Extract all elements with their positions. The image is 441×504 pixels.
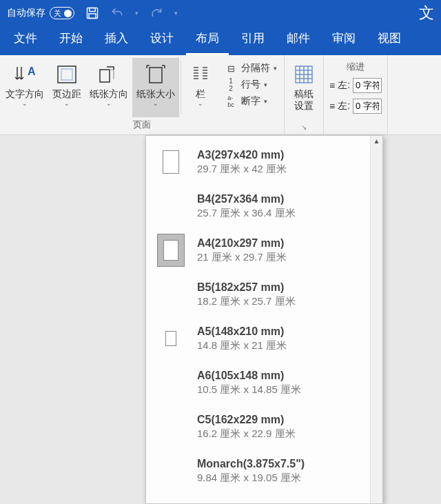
chevron-down-icon: ⌄	[22, 100, 28, 107]
autosave-toggle[interactable]: 自动保存 关	[7, 7, 74, 19]
line-numbers-button[interactable]: 12行号▾	[223, 77, 278, 92]
chevron-down-icon: ⌄	[198, 100, 203, 107]
paper-size-item[interactable]: A6(105x148 mm)10.5 厘米 x 14.85 厘米	[146, 361, 370, 405]
paper-size-name: Monarch(3.875x7.5")	[197, 458, 363, 470]
dialog-launcher-icon[interactable]: ↘	[301, 123, 307, 131]
paper-thumb	[157, 190, 185, 223]
quick-access-toolbar: ▾ ▾	[85, 6, 178, 20]
tab-文件[interactable]: 文件	[4, 23, 47, 55]
paper-size-item[interactable]: Monarch(3.875x7.5")9.84 厘米 x 19.05 厘米	[146, 449, 370, 493]
indent-right-row: ≡ 左:	[329, 99, 382, 114]
paper-size-dims: 14.8 厘米 x 21 厘米	[197, 339, 363, 352]
tab-插入[interactable]: 插入	[95, 23, 138, 55]
chevron-down-icon: ⌄	[64, 100, 70, 107]
toggle-state: 关	[54, 8, 61, 19]
paper-size-name: B5(182x257 mm)	[197, 281, 363, 294]
margins-button[interactable]: 页边距 ⌄	[48, 58, 85, 117]
indent-left-input[interactable]	[353, 78, 382, 93]
indent-right-input[interactable]	[353, 99, 382, 114]
paper-thumb	[157, 454, 185, 487]
tab-视图[interactable]: 视图	[368, 23, 411, 55]
orientation-button[interactable]: 纸张方向 ⌄	[85, 58, 132, 117]
paper-size-name: B4(257x364 mm)	[197, 193, 363, 205]
svg-text:A: A	[28, 65, 36, 77]
paper-size-dims: 16.2 厘米 x 22.9 厘米	[197, 427, 363, 441]
save-icon[interactable]	[85, 6, 99, 20]
page-setup-label: 页面	[1, 117, 283, 133]
manuscript-group: 稿纸 设置 ↘	[285, 55, 324, 134]
redo-icon[interactable]	[150, 6, 163, 20]
paper-thumb	[157, 234, 185, 267]
svg-rect-7	[150, 68, 162, 83]
paper-thumb	[157, 366, 185, 399]
scroll-up-icon[interactable]: ▲	[371, 137, 382, 145]
chevron-down-icon: ⌄	[106, 100, 112, 107]
text-direction-button[interactable]: A 文字方向 ⌄	[1, 58, 48, 117]
paper-size-dims: 21 厘米 x 29.7 厘米	[197, 251, 363, 264]
paper-thumb	[157, 278, 185, 311]
paper-size-dims: 25.7 厘米 x 36.4 厘米	[197, 207, 363, 220]
paper-thumb	[157, 145, 185, 179]
paper-size-list: A3(297x420 mm)29.7 厘米 x 42 厘米B4(257x364 …	[146, 136, 370, 503]
paper-size-item[interactable]: A4(210x297 mm)21 厘米 x 29.7 厘米	[146, 228, 370, 272]
svg-rect-1	[90, 8, 95, 12]
svg-rect-2	[89, 14, 96, 19]
qat-customize-icon[interactable]: ▾	[174, 10, 178, 17]
title-bar: 自动保存 关 ▾ ▾ 文	[0, 0, 441, 26]
breaks-button[interactable]: ⊟分隔符▾	[223, 61, 278, 76]
ribbon-tabs: 文件开始插入设计布局引用邮件审阅视图	[0, 26, 441, 55]
paper-thumb	[157, 322, 185, 355]
indent-group: 缩进 ≡ 左: ≡ 左:	[324, 55, 388, 134]
toggle-knob	[64, 10, 72, 17]
chevron-down-icon: ⌄	[153, 100, 158, 107]
tab-引用[interactable]: 引用	[232, 23, 274, 55]
tab-审阅[interactable]: 审阅	[322, 23, 365, 55]
svg-rect-5	[61, 69, 72, 80]
paper-size-name: A4(210x297 mm)	[197, 237, 363, 250]
ribbon: A 文字方向 ⌄ 页边距 ⌄ 纸张方向 ⌄ 纸张大小 ⌄	[0, 55, 441, 135]
paper-size-dropdown: A3(297x420 mm)29.7 厘米 x 42 厘米B4(257x364 …	[145, 135, 383, 504]
paper-size-name: A3(297x420 mm)	[197, 149, 363, 161]
page-setup-group: A 文字方向 ⌄ 页边距 ⌄ 纸张方向 ⌄ 纸张大小 ⌄	[0, 55, 285, 134]
manuscript-label: 稿纸 设置	[294, 88, 314, 112]
paper-size-dims: 9.84 厘米 x 19.05 厘米	[197, 472, 363, 485]
title-text-partial: 文	[419, 3, 434, 23]
toggle-switch[interactable]: 关	[50, 7, 74, 19]
paper-size-name: C5(162x229 mm)	[197, 414, 363, 426]
paper-size-item[interactable]: C5(162x229 mm)16.2 厘米 x 22.9 厘米	[146, 405, 370, 449]
indent-right-icon: ≡	[329, 101, 335, 112]
columns-button[interactable]: 栏 ⌄	[183, 58, 218, 117]
manuscript-button[interactable]: 稿纸 设置	[286, 58, 322, 122]
paper-size-name: A5(148x210 mm)	[197, 325, 363, 338]
tab-设计[interactable]: 设计	[141, 23, 183, 55]
tab-邮件[interactable]: 邮件	[277, 23, 320, 55]
indent-left-icon: ≡	[329, 80, 335, 91]
autosave-label: 自动保存	[7, 7, 45, 19]
paper-size-item[interactable]: A5(148x210 mm)14.8 厘米 x 21 厘米	[146, 316, 370, 361]
svg-rect-6	[100, 70, 110, 82]
paper-size-button[interactable]: 纸张大小 ⌄	[132, 58, 179, 117]
scrollbar[interactable]: ▲	[370, 136, 382, 503]
undo-icon[interactable]	[110, 6, 124, 20]
tab-开始[interactable]: 开始	[50, 23, 92, 55]
tab-布局[interactable]: 布局	[186, 23, 229, 55]
paper-thumb	[157, 410, 185, 443]
paper-size-dims: 10.5 厘米 x 14.85 厘米	[197, 383, 363, 396]
paper-size-name: A6(105x148 mm)	[197, 370, 363, 382]
paper-size-item[interactable]: B5(182x257 mm)18.2 厘米 x 25.7 厘米	[146, 272, 370, 316]
paper-size-item[interactable]: 10号信封(4.125x9.5")	[146, 493, 370, 503]
undo-dropdown-icon[interactable]: ▾	[135, 10, 139, 17]
paper-size-item[interactable]: B4(257x364 mm)25.7 厘米 x 36.4 厘米	[146, 184, 370, 228]
indent-left-row: ≡ 左:	[329, 78, 382, 93]
hyphenation-button[interactable]: a-bc断字▾	[223, 94, 278, 109]
paper-size-dims: 18.2 厘米 x 25.7 厘米	[197, 295, 363, 308]
paper-size-item[interactable]: A3(297x420 mm)29.7 厘米 x 42 厘米	[146, 140, 370, 184]
paper-size-dims: 29.7 厘米 x 42 厘米	[197, 163, 363, 176]
paper-thumb	[157, 498, 185, 503]
